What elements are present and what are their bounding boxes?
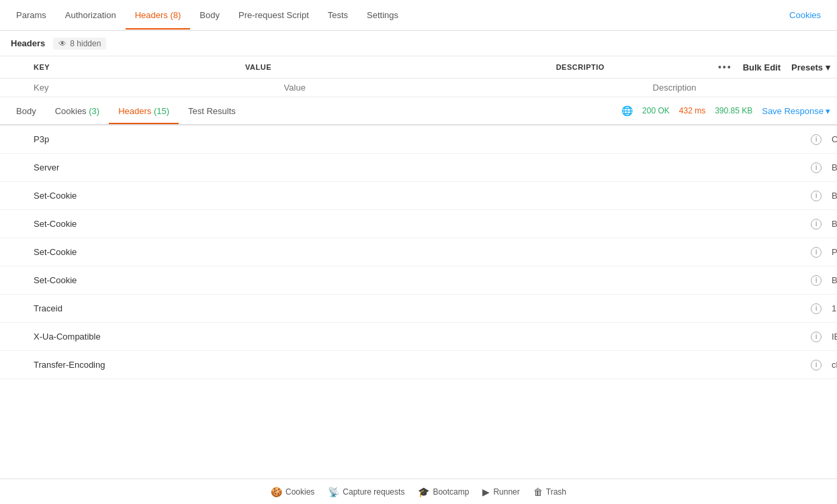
tab-body[interactable]: Body [190, 1, 229, 30]
response-status: 🌐 200 OK 432 ms 390.85 KB Save Response … [621, 105, 830, 116]
info-cell: i [806, 162, 826, 173]
table-row: Transfer-Encoding i chunked [0, 351, 837, 379]
capture-icon: 📡 [328, 487, 339, 497]
globe-icon: 🌐 [621, 105, 633, 116]
info-icon[interactable]: i [811, 162, 822, 173]
col-key-header: KEY [27, 63, 238, 71]
table-header: KEY VALUE DESCRIPTIO ••• Bulk Edit Prese… [0, 56, 837, 79]
header-value: BWS/1.1 [826, 156, 837, 179]
info-cell: i [806, 191, 826, 201]
info-cell: i [806, 303, 826, 314]
resp-tab-test-results[interactable]: Test Results [179, 99, 245, 123]
headers-bar: Headers 👁 8 hidden [0, 31, 837, 56]
response-time: 432 ms [679, 106, 705, 115]
response-size: 390.85 KB [715, 106, 752, 115]
runner-icon: ▶ [482, 487, 490, 497]
main-content: Params Authorization Headers (8) Body Pr… [0, 0, 837, 504]
table-row: Set-Cookie i BIDUPSID=1CADB0D28911B0027A… [0, 210, 837, 238]
info-icon[interactable]: i [811, 332, 822, 342]
info-cell: i [806, 219, 826, 230]
headers-data-rows: P3p i CP=" OTI DSP COR IVA OUR IND COM "… [0, 125, 837, 504]
info-icon[interactable]: i [811, 134, 822, 145]
tab-headers[interactable]: Headers (8) [126, 1, 191, 30]
info-icon[interactable]: i [811, 360, 822, 370]
bottom-bar: 🍪 Cookies 📡 Capture requests 🎓 Bootcamp … [0, 478, 837, 504]
info-cell: i [806, 134, 826, 145]
col-actions-header: ••• Bulk Edit Presets ▾ [711, 62, 837, 72]
header-key: Transfer-Encoding [27, 353, 806, 376]
top-tabs: Params Authorization Headers (8) Body Pr… [0, 0, 837, 31]
header-value: PSTM=1695692662; expires=Thu, 31-Dec-37 … [826, 240, 837, 264]
header-key: Set-Cookie [27, 240, 806, 264]
footer-cookies[interactable]: 🍪 Cookies [271, 487, 314, 497]
desc-input[interactable] [653, 83, 830, 93]
value-input[interactable] [284, 83, 640, 93]
table-row: P3p i CP=" OTI DSP COR IVA OUR IND COM " [0, 125, 837, 154]
tab-settings[interactable]: Settings [357, 1, 408, 30]
header-key: P3p [27, 128, 806, 151]
cookies-icon: 🍪 [271, 487, 282, 497]
more-options-icon[interactable]: ••• [718, 62, 732, 72]
table-row: Set-Cookie i BAIDUID=1CADB0D28911B0027A8… [0, 182, 837, 210]
table-row: Server i BWS/1.1 [0, 154, 837, 182]
footer-bootcamp[interactable]: 🎓 Bootcamp [418, 487, 469, 497]
header-key: Set-Cookie [27, 184, 806, 207]
info-icon[interactable]: i [811, 303, 822, 314]
trash-icon: 🗑 [533, 487, 543, 497]
chevron-down-icon: ▾ [826, 106, 830, 116]
info-icon[interactable]: i [811, 247, 822, 258]
eye-icon: 👁 [58, 39, 67, 48]
info-cell: i [806, 247, 826, 258]
new-header-row [0, 79, 837, 97]
resp-tab-headers[interactable]: Headers (15) [109, 99, 179, 123]
col-value-header: VALUE [238, 63, 549, 71]
value-input-cell [277, 83, 646, 93]
header-value: CP=" OTI DSP COR IVA OUR IND COM " [826, 128, 837, 151]
save-response-button[interactable]: Save Response ▾ [762, 106, 830, 116]
footer-capture-requests[interactable]: 📡 Capture requests [328, 487, 404, 497]
resp-tab-cookies[interactable]: Cookies (3) [46, 99, 109, 123]
table-row: Traceid i 169569266224046397541265705200… [0, 295, 837, 323]
bootcamp-icon: 🎓 [418, 487, 429, 497]
table-row: X-Ua-Compatible i IE=Edge,chrome=1 [0, 323, 837, 351]
header-value: chunked [826, 353, 837, 376]
info-icon[interactable]: i [811, 219, 822, 230]
tab-params[interactable]: Params [7, 1, 56, 30]
presets-button[interactable]: Presets ▾ [791, 62, 830, 72]
header-value: BIDUPSID=1CADB0D28911B0027A87123EDC79CC7… [826, 212, 837, 236]
info-icon[interactable]: i [811, 275, 822, 286]
tab-cookies-top[interactable]: Cookies [780, 1, 830, 30]
tab-prerequest[interactable]: Pre-request Script [229, 1, 318, 30]
status-code: 200 OK [642, 106, 670, 115]
key-input[interactable] [34, 83, 271, 93]
key-input-cell [27, 83, 277, 93]
tab-authorization[interactable]: Authorization [56, 1, 126, 30]
info-cell: i [806, 360, 826, 370]
col-desc-header: DESCRIPTIO [549, 63, 711, 71]
hidden-badge: 👁 8 hidden [53, 38, 106, 50]
tab-tests[interactable]: Tests [318, 1, 357, 30]
info-icon[interactable]: i [811, 191, 822, 201]
info-cell: i [806, 275, 826, 286]
table-row: Set-Cookie i BAIDUID=1CADB0D28911B002373… [0, 266, 837, 295]
header-key: Traceid [27, 297, 806, 320]
headers-label: Headers [11, 38, 45, 48]
table-row: Set-Cookie i PSTM=1695692662; expires=Th… [0, 238, 837, 266]
header-key: Set-Cookie [27, 212, 806, 236]
footer-trash[interactable]: 🗑 Trash [533, 487, 566, 497]
header-value: IE=Edge,chrome=1 [826, 325, 837, 348]
header-key: Set-Cookie [27, 268, 806, 292]
response-tabs: Body Cookies (3) Headers (15) Test Resul… [0, 97, 837, 125]
bulk-edit-button[interactable]: Bulk Edit [743, 62, 781, 72]
desc-input-cell [646, 83, 837, 93]
info-cell: i [806, 332, 826, 342]
header-key: Server [27, 156, 806, 179]
footer-runner[interactable]: ▶ Runner [482, 487, 519, 497]
header-key: X-Ua-Compatible [27, 325, 806, 348]
header-value: BAIDUID=1CADB0D28911B002373FA7BF3396DD69… [826, 268, 837, 292]
resp-tab-body[interactable]: Body [7, 99, 46, 123]
header-value: BAIDUID=1CADB0D28911B0027A87123EDC79CC76… [826, 184, 837, 207]
chevron-down-icon: ▾ [826, 62, 830, 72]
header-value: 169569266224046397541265705200463647925 … [826, 297, 837, 320]
